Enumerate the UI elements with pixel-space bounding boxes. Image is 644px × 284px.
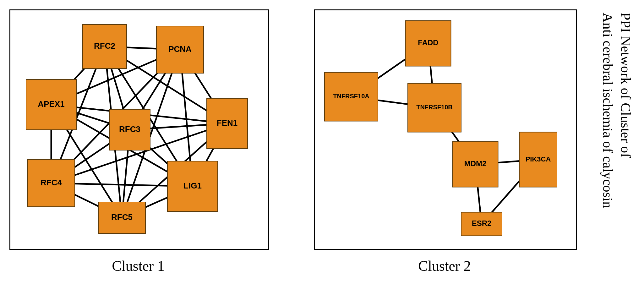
node-label: MDM2 [464,159,487,168]
node-label: RFC3 [119,124,140,134]
cluster-1-panel: RFC2PCNAAPEX1RFC3FEN1RFC4LIG1RFC5 [9,9,269,250]
cluster-1-network: RFC2PCNAAPEX1RFC3FEN1RFC4LIG1RFC5 [10,10,268,249]
node-label: FADD [418,38,438,47]
cluster-2-title: Cluster 2 [314,258,575,274]
side-title: PPI Network of Cluster of Anti cerebral … [584,13,635,270]
node-pcna: PCNA [156,26,204,73]
node-fen1: FEN1 [207,98,248,149]
node-fadd: FADD [406,21,451,66]
node-tnfrsf10a: TNFRSF10A [325,73,378,121]
node-label: LIG1 [183,181,202,190]
node-rfc3: RFC3 [109,109,150,150]
node-label: ESR2 [472,219,492,227]
node-lig1: LIG1 [167,161,218,211]
node-label: APEX1 [38,99,64,109]
node-label: PCNA [168,44,192,54]
node-label: RFC5 [111,212,133,222]
node-rfc5: RFC5 [98,202,145,233]
cluster-2-panel: FADDTNFRSF10ATNFRSF10BMDM2PIK3CAESR2 [314,9,577,250]
node-label: RFC4 [41,178,62,187]
node-tnfrsf10b: TNFRSF10B [408,84,461,132]
node-label: TNFRSF10B [416,104,453,111]
cluster-1-title: Cluster 1 [9,258,267,274]
node-esr2: ESR2 [461,212,502,236]
node-label: RFC2 [94,41,115,51]
node-label: FEN1 [217,118,237,128]
node-label: TNFRSF10A [333,93,369,100]
node-rfc4: RFC4 [28,160,75,207]
node-pik3ca: PIK3CA [519,132,557,187]
figure-container: RFC2PCNAAPEX1RFC3FEN1RFC4LIG1RFC5 Cluste… [0,0,644,284]
node-mdm2: MDM2 [453,142,498,187]
node-rfc2: RFC2 [83,25,127,68]
node-apex1: APEX1 [26,79,76,130]
cluster-2-network: FADDTNFRSF10ATNFRSF10BMDM2PIK3CAESR2 [315,10,576,249]
node-label: PIK3CA [526,155,551,163]
